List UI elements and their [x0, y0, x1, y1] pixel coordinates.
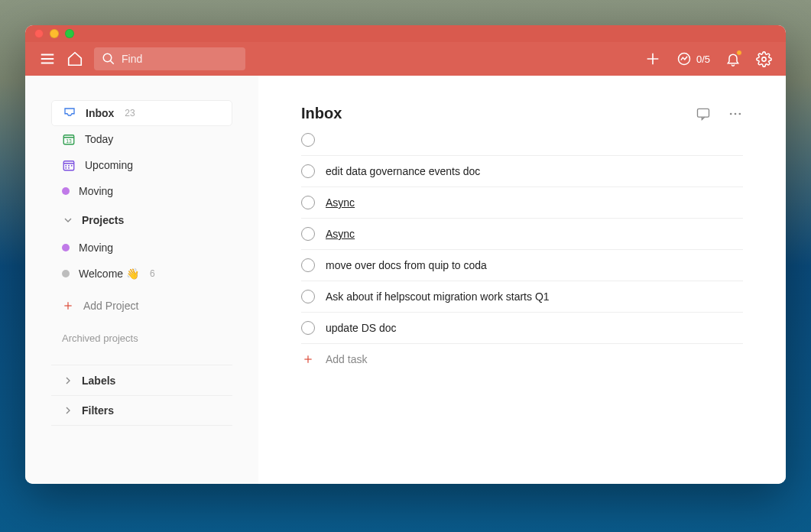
sidebar-item-today[interactable]: 13 Today	[51, 126, 232, 152]
task-row[interactable]: Ask about if helpscout migration work st…	[301, 281, 743, 313]
window-close-button[interactable]	[34, 29, 44, 38]
sidebar-fav-moving-label: Moving	[79, 185, 113, 197]
task-checkbox[interactable]	[301, 196, 315, 209]
main-panel: Inbox … edit data governance events docA…	[258, 76, 786, 484]
svg-point-3	[103, 54, 112, 62]
chevron-right-icon	[62, 375, 74, 387]
inbox-icon	[63, 106, 76, 120]
task-title: Ask about if helpscout migration work st…	[326, 290, 550, 303]
sidebar-project-welcome[interactable]: Welcome 👋 6	[51, 261, 232, 287]
add-task-icon[interactable]	[644, 50, 661, 67]
svg-point-24	[739, 112, 741, 115]
task-checkbox[interactable]	[301, 164, 315, 178]
task-row[interactable]: move over docs from quip to coda	[301, 250, 743, 281]
task-checkbox[interactable]	[301, 321, 315, 335]
window-maximize-button[interactable]	[65, 29, 74, 38]
task-row[interactable]: Async	[301, 219, 743, 250]
sidebar-item-inbox[interactable]: Inbox 23	[51, 100, 232, 126]
project-dot-icon	[62, 270, 70, 277]
project-moving-label: Moving	[79, 242, 113, 254]
content: Inbox 23 13 Today Upcoming Moving	[25, 76, 786, 484]
notifications-icon[interactable]	[725, 51, 741, 66]
plus-icon	[301, 353, 315, 365]
page-title: Inbox	[301, 105, 342, 122]
task-title: update DS doc	[326, 322, 397, 334]
svg-point-22	[730, 112, 732, 115]
gear-icon[interactable]	[756, 51, 772, 67]
chevron-down-icon	[62, 214, 74, 226]
add-task-button[interactable]: Add task	[301, 344, 743, 375]
svg-text:13: 13	[66, 138, 72, 144]
calendar-upcoming-icon	[62, 158, 76, 172]
sidebar-projects-label: Projects	[82, 214, 124, 226]
task-checkbox[interactable]	[301, 290, 315, 303]
project-dot-icon	[62, 187, 70, 195]
productivity-count: 0/5	[696, 54, 710, 65]
chevron-right-icon	[62, 404, 74, 417]
sidebar-project-moving[interactable]: Moving	[51, 235, 232, 261]
sidebar-today-label: Today	[85, 133, 113, 145]
task-row[interactable]: …	[301, 133, 743, 156]
sidebar-item-upcoming[interactable]: Upcoming	[51, 152, 232, 178]
sidebar-filters-section[interactable]: Filters	[51, 395, 232, 426]
titlebar	[25, 25, 786, 42]
task-checkbox[interactable]	[301, 133, 315, 147]
sidebar-projects-header[interactable]: Projects	[51, 207, 232, 233]
search-input[interactable]	[122, 53, 238, 65]
filters-label: Filters	[82, 404, 114, 417]
sidebar-upcoming-label: Upcoming	[85, 159, 133, 171]
task-title: Async	[326, 228, 355, 240]
sidebar-item-fav-moving[interactable]: Moving	[51, 178, 232, 204]
home-icon[interactable]	[67, 50, 83, 67]
task-row[interactable]: Async	[301, 187, 743, 219]
toolbar: 0/5	[25, 42, 786, 76]
project-dot-icon	[62, 244, 70, 251]
svg-line-4	[110, 60, 114, 64]
project-welcome-label: Welcome 👋	[79, 268, 139, 280]
svg-point-23	[735, 112, 737, 115]
task-list: edit data governance events docAsyncAsyn…	[301, 156, 743, 344]
notification-badge	[736, 50, 742, 56]
search-box[interactable]	[94, 47, 245, 70]
menu-icon[interactable]	[39, 50, 56, 67]
svg-rect-21	[698, 109, 709, 117]
task-title: edit data governance events doc	[326, 165, 480, 177]
productivity-button[interactable]: 0/5	[676, 51, 710, 66]
task-title: Async	[326, 196, 355, 209]
plus-icon	[62, 300, 74, 312]
task-row[interactable]: update DS doc	[301, 313, 743, 344]
task-title: move over docs from quip to coda	[326, 259, 487, 271]
svg-point-8	[762, 57, 766, 60]
task-row[interactable]: edit data governance events doc	[301, 156, 743, 187]
project-welcome-count: 6	[150, 268, 155, 279]
app-window: 0/5 Inbox 23 13 T	[25, 25, 786, 484]
calendar-today-icon: 13	[62, 132, 76, 146]
add-project-label: Add Project	[83, 300, 138, 312]
search-icon	[102, 52, 115, 66]
window-minimize-button[interactable]	[50, 29, 59, 38]
add-task-label: Add task	[326, 353, 367, 365]
labels-label: Labels	[82, 375, 115, 387]
task-checkbox[interactable]	[301, 227, 315, 241]
comments-icon[interactable]	[696, 106, 711, 122]
main-header: Inbox	[301, 105, 743, 122]
task-checkbox[interactable]	[301, 258, 315, 272]
sidebar-add-project[interactable]: Add Project	[51, 293, 232, 319]
sidebar-labels-section[interactable]: Labels	[51, 365, 232, 395]
archived-label: Archived projects	[62, 332, 138, 344]
more-options-icon[interactable]	[728, 106, 743, 122]
sidebar: Inbox 23 13 Today Upcoming Moving	[25, 76, 258, 484]
sidebar-archived-projects[interactable]: Archived projects	[25, 323, 258, 357]
sidebar-inbox-count: 23	[125, 108, 135, 118]
sidebar-inbox-label: Inbox	[86, 107, 114, 119]
